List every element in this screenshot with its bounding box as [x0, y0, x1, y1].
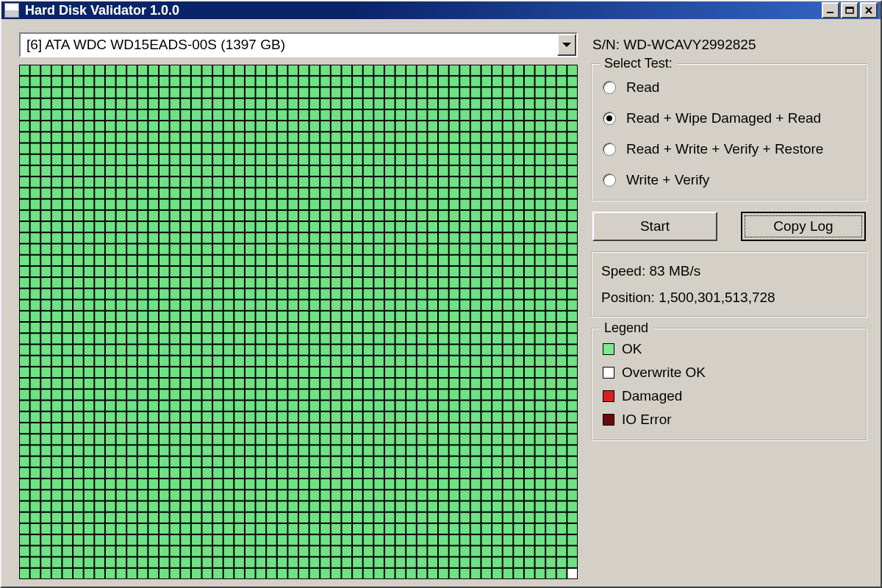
svg-rect-2240: [557, 535, 567, 545]
svg-rect-929: [439, 256, 448, 265]
svg-rect-712: [342, 211, 351, 220]
svg-rect-1808: [385, 445, 395, 455]
svg-rect-592: [171, 188, 180, 198]
svg-rect-65: [95, 76, 104, 86]
svg-rect-1563: [546, 390, 556, 399]
svg-rect-2095: [117, 513, 126, 523]
svg-rect-2187: [546, 524, 556, 534]
svg-rect-1362: [62, 356, 72, 366]
svg-rect-529: [52, 177, 62, 187]
svg-rect-1473: [138, 379, 148, 388]
svg-rect-1085: [439, 289, 448, 298]
copy-log-button[interactable]: Copy Log: [741, 212, 866, 241]
minimize-button[interactable]: [822, 2, 839, 18]
svg-rect-369: [567, 132, 577, 142]
svg-rect-861: [267, 244, 276, 254]
svg-rect-726: [492, 211, 502, 220]
svg-rect-1877: [567, 457, 577, 467]
svg-rect-109: [567, 76, 577, 86]
svg-rect-2090: [62, 513, 72, 523]
test-option[interactable]: Read: [603, 79, 856, 96]
svg-rect-1182: [364, 312, 373, 321]
svg-rect-649: [224, 200, 234, 209]
svg-rect-1131: [374, 301, 384, 310]
svg-rect-1660: [471, 412, 481, 422]
svg-rect-2226: [406, 535, 416, 545]
svg-rect-947: [74, 267, 83, 276]
svg-rect-1399: [460, 356, 470, 366]
svg-rect-1244: [471, 323, 481, 332]
svg-rect-744: [127, 222, 137, 232]
svg-rect-537: [138, 177, 148, 187]
svg-rect-1637: [224, 412, 234, 422]
svg-rect-228: [171, 110, 180, 120]
svg-rect-2212: [257, 535, 266, 545]
svg-rect-1795: [245, 445, 255, 455]
svg-rect-991: [546, 267, 556, 276]
svg-rect-375: [74, 144, 83, 154]
test-option[interactable]: Write + Verify: [603, 172, 856, 188]
svg-rect-1108: [127, 301, 137, 310]
svg-rect-940: [557, 256, 567, 265]
svg-rect-1641: [267, 412, 276, 422]
svg-rect-1883: [74, 468, 83, 478]
svg-rect-372: [41, 144, 51, 154]
svg-rect-116: [85, 87, 94, 97]
svg-rect-1675: [74, 423, 83, 433]
svg-rect-707: [288, 211, 298, 220]
svg-rect-907: [202, 256, 212, 265]
svg-rect-1581: [181, 401, 190, 411]
svg-rect-2142: [62, 524, 72, 534]
svg-rect-626: [536, 188, 545, 198]
svg-rect-1589: [267, 401, 276, 411]
svg-rect-1789: [181, 445, 190, 455]
svg-rect-315: [546, 121, 556, 131]
svg-rect-1596: [342, 401, 351, 411]
drive-select-arrow[interactable]: [557, 34, 576, 56]
svg-rect-2059: [288, 501, 298, 511]
svg-rect-126: [192, 87, 201, 97]
svg-rect-1207: [74, 323, 83, 332]
svg-rect-1487: [288, 379, 298, 388]
svg-rect-198: [406, 99, 416, 109]
svg-rect-2214: [278, 535, 287, 545]
svg-rect-1980: [557, 479, 567, 489]
svg-rect-415: [503, 144, 513, 154]
svg-rect-1220: [213, 323, 223, 332]
test-option[interactable]: Read + Write + Verify + Restore: [603, 141, 856, 157]
svg-rect-859: [245, 244, 255, 254]
svg-rect-1511: [546, 379, 556, 388]
svg-rect-2113: [310, 513, 320, 523]
svg-rect-305: [439, 121, 448, 131]
start-button[interactable]: Start: [592, 212, 717, 241]
svg-rect-332: [171, 132, 180, 142]
svg-rect-1391: [374, 356, 384, 366]
svg-rect-1751: [331, 434, 341, 444]
close-button[interactable]: [860, 2, 878, 18]
svg-rect-747: [159, 222, 169, 232]
drive-select[interactable]: [6] ATA WDC WD15EADS-00S (1397 GB): [19, 32, 578, 57]
svg-rect-439: [202, 155, 212, 165]
svg-rect-582: [62, 188, 72, 198]
test-option[interactable]: Read + Wipe Damaged + Read: [603, 110, 856, 126]
svg-rect-963: [245, 267, 255, 276]
svg-rect-239: [288, 110, 298, 120]
svg-rect-1802: [320, 445, 330, 455]
svg-rect-576: [557, 177, 567, 187]
svg-rect-2015: [374, 490, 384, 500]
svg-rect-160: [557, 87, 567, 97]
svg-rect-1463: [31, 379, 40, 388]
svg-rect-1990: [106, 490, 115, 500]
maximize-button[interactable]: [841, 2, 858, 18]
svg-rect-2207: [202, 535, 212, 545]
svg-rect-1137: [439, 301, 448, 310]
svg-rect-1157: [95, 312, 104, 321]
svg-rect-1673: [52, 423, 62, 433]
svg-rect-112: [41, 87, 51, 97]
svg-rect-720: [428, 211, 437, 220]
svg-rect-394: [278, 144, 287, 154]
svg-rect-670: [450, 200, 459, 209]
svg-rect-999: [74, 278, 83, 287]
svg-rect-1299: [503, 334, 513, 343]
svg-rect-887: [546, 244, 556, 254]
